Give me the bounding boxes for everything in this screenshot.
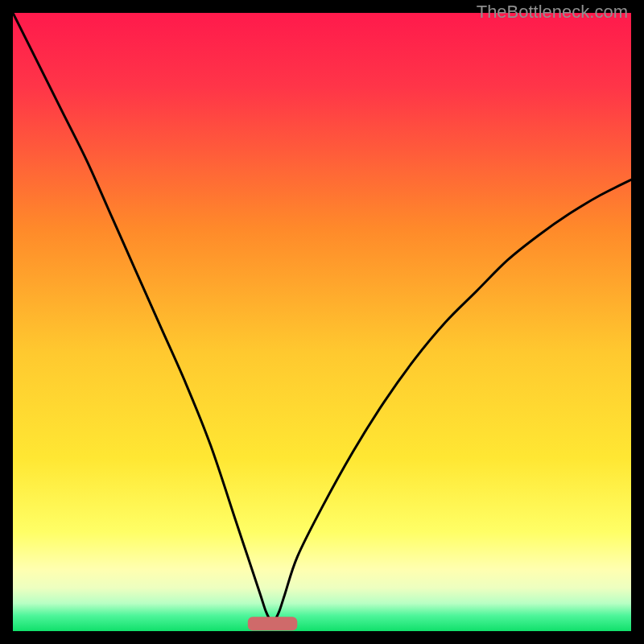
- chart-frame: [13, 13, 631, 631]
- watermark-text: TheBottleneck.com: [477, 2, 628, 23]
- optimal-zone-marker: [248, 617, 297, 630]
- bottleneck-chart: [13, 13, 631, 631]
- gradient-background: [13, 13, 631, 631]
